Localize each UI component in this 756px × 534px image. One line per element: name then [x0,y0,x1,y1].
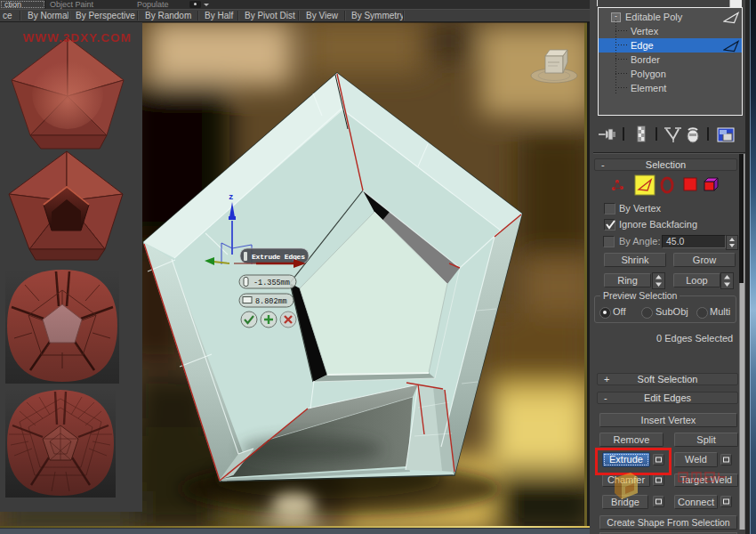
svg-text:WWW.3DXY.COM: WWW.3DXY.COM [23,31,132,44]
svg-text:8.802mm: 8.802mm [255,297,287,306]
svg-text:Extrude Edges: Extrude Edges [252,253,305,261]
svg-text:-1.355mm: -1.355mm [253,279,290,287]
svg-text:z: z [229,193,233,202]
